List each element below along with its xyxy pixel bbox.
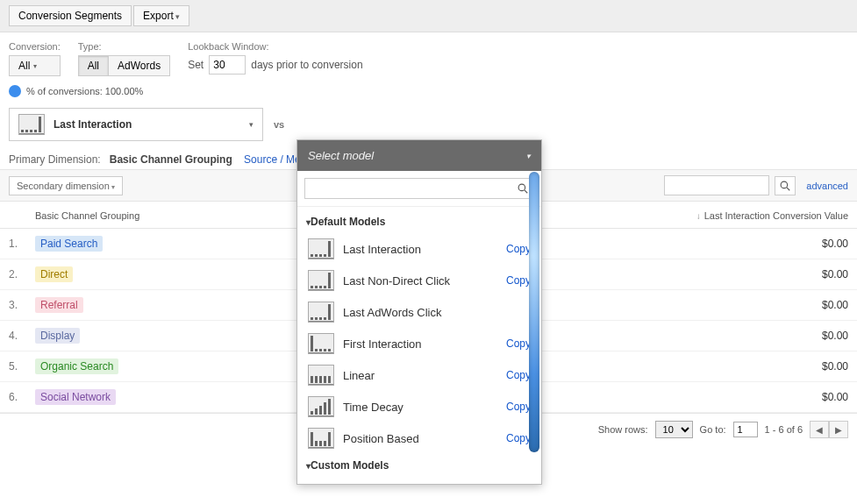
selected-model-chip[interactable]: Last Interaction ▾: [9, 108, 263, 141]
channel-chip: Paid Search: [35, 236, 103, 252]
copy-link[interactable]: Copy: [506, 401, 531, 413]
model-item-linear[interactable]: Linear Copy: [297, 359, 541, 391]
conversion-all-button[interactable]: All: [9, 55, 61, 76]
channel-chip: Referral: [35, 297, 83, 313]
lookback-set-label: Set: [188, 59, 204, 71]
time-decay-icon: [308, 396, 334, 417]
conversion-percent-label: % of conversions: 100.00%: [26, 86, 143, 96]
type-all-button[interactable]: All: [78, 55, 109, 76]
svg-point-2: [781, 181, 788, 188]
select-model-list: Default Models Last Interaction Copy Las…: [297, 207, 541, 484]
select-model-search-input[interactable]: [305, 179, 512, 198]
page-range: 1 - 6 of 6: [765, 424, 803, 435]
lookback-label: Lookback Window:: [188, 41, 362, 52]
export-button[interactable]: Export: [133, 5, 189, 26]
channel-chip: Display: [35, 328, 80, 344]
model-item-time-decay[interactable]: Time Decay Copy: [297, 391, 541, 422]
sort-desc-icon: ↓: [696, 211, 701, 221]
section-default-models: Default Models: [297, 210, 541, 233]
top-toolbar: Conversion Segments Export: [0, 0, 857, 32]
model-item-label: Linear: [343, 369, 497, 382]
prev-page-button[interactable]: ◀: [810, 421, 829, 438]
model-item-last-interaction[interactable]: Last Interaction Copy: [297, 233, 541, 265]
section-custom-models: Custom Models: [297, 454, 541, 477]
select-model-header[interactable]: Select model ▾: [297, 140, 541, 171]
conversion-segments-button[interactable]: Conversion Segments: [9, 5, 132, 26]
copy-link[interactable]: Copy: [506, 274, 531, 287]
show-rows-select[interactable]: 10: [655, 421, 693, 438]
model-item-first-interaction[interactable]: First Interaction Copy: [297, 328, 541, 359]
filter-controls: Conversion: All Type: All AdWords Lookba…: [0, 32, 857, 82]
first-interaction-icon: [308, 333, 334, 354]
position-based-icon: [308, 428, 334, 449]
channel-chip: Social Network: [35, 389, 116, 405]
model-item-label: Time Decay: [343, 401, 497, 414]
model-item-label: Position Based: [343, 432, 497, 445]
row-index: 1.: [0, 229, 26, 259]
type-label: Type:: [78, 41, 170, 52]
col-channel[interactable]: Basic Channel Grouping: [26, 203, 257, 229]
show-rows-label: Show rows:: [598, 424, 648, 435]
channel-chip: Organic Search: [35, 358, 118, 374]
conversion-value: $0.00: [537, 229, 857, 259]
last-non-direct-icon: [308, 270, 334, 291]
goto-input[interactable]: [733, 422, 758, 437]
linear-icon: [308, 365, 334, 386]
select-model-title: Select model: [308, 149, 374, 162]
copy-link[interactable]: Copy: [506, 369, 531, 381]
lookback-days-input[interactable]: [209, 55, 246, 75]
model-item-label: Last AdWords Click: [343, 306, 522, 319]
model-item-last-adwords[interactable]: Last AdWords Click: [297, 296, 541, 328]
copy-link[interactable]: Copy: [506, 243, 531, 255]
row-index: 3.: [0, 290, 26, 321]
row-index: 6.: [0, 382, 26, 413]
channel-chip: Direct: [35, 266, 73, 282]
copy-link[interactable]: Copy: [506, 337, 531, 350]
conversion-value: $0.00: [537, 351, 857, 382]
conversion-value: $0.00: [537, 290, 857, 321]
chevron-down-icon: ▾: [526, 152, 531, 160]
last-interaction-icon: [18, 114, 45, 135]
model-item-label: Last Interaction: [343, 243, 497, 256]
selected-model-label: Last Interaction: [54, 118, 132, 131]
last-interaction-icon: [308, 238, 334, 259]
svg-line-3: [787, 187, 789, 189]
conversion-label: Conversion:: [9, 41, 61, 52]
scrollbar-thumb[interactable]: [529, 172, 539, 452]
table-search-input[interactable]: [664, 175, 769, 195]
copy-link[interactable]: Copy: [506, 432, 531, 444]
chevron-down-icon: ▾: [249, 120, 254, 129]
model-selector-row: Last Interaction ▾ vs: [9, 108, 848, 141]
conversion-percent-bar: % of conversions: 100.00%: [9, 85, 848, 97]
col-conversion-value[interactable]: ↓Last Interaction Conversion Value: [537, 203, 857, 229]
next-page-button[interactable]: ▶: [829, 421, 848, 438]
svg-line-1: [525, 190, 527, 193]
vs-label: vs: [274, 119, 284, 130]
primary-dimension-selected[interactable]: Basic Channel Grouping: [110, 153, 232, 166]
last-adwords-icon: [308, 302, 334, 323]
type-adwords-button[interactable]: AdWords: [109, 55, 170, 76]
search-icon[interactable]: [775, 176, 796, 195]
conversion-value: $0.00: [537, 321, 857, 351]
model-item-label: Last Non-Direct Click: [343, 274, 497, 287]
row-index: 4.: [0, 321, 26, 351]
model-item-position-based[interactable]: Position Based Copy: [297, 422, 541, 454]
svg-point-0: [518, 184, 525, 191]
conversion-value: $0.00: [537, 259, 857, 290]
model-item-label: First Interaction: [343, 337, 497, 351]
row-index: 5.: [0, 351, 26, 382]
goto-label: Go to:: [700, 424, 726, 435]
conversion-percent-icon: [9, 85, 21, 97]
row-index: 2.: [0, 259, 26, 290]
primary-dimension-label: Primary Dimension:: [9, 153, 101, 166]
conversion-value: $0.00: [537, 382, 857, 413]
model-item-last-non-direct[interactable]: Last Non-Direct Click Copy: [297, 265, 541, 296]
lookback-suffix-label: days prior to conversion: [251, 59, 362, 71]
advanced-link[interactable]: advanced: [806, 181, 848, 191]
secondary-dimension-button[interactable]: Secondary dimension: [9, 176, 123, 195]
select-model-dropdown: Select model ▾ Default Models Last Inter…: [296, 139, 542, 485]
